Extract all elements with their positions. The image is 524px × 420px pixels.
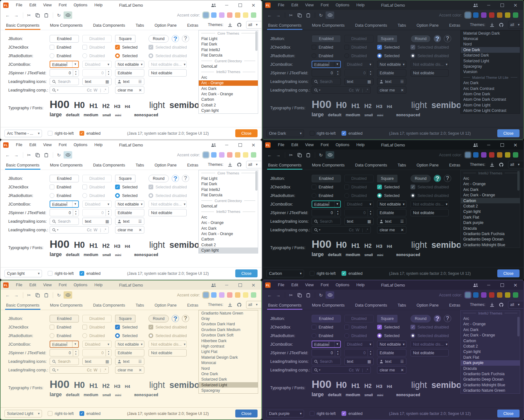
refresh-icon[interactable]: ↻ [317, 11, 325, 19]
search-dropdown-icon[interactable]: ▼ [314, 368, 321, 372]
menu-item[interactable]: View [302, 1, 317, 10]
paste-icon[interactable] [42, 11, 50, 19]
tab[interactable]: Option Pane [416, 21, 440, 30]
accent-swatch[interactable] [465, 12, 471, 18]
accent-swatch[interactable] [227, 292, 232, 298]
themes-filter-combobox[interactable]: all ▼ [508, 21, 524, 29]
clearable-input[interactable]: clear me ✕ [377, 226, 406, 234]
theme-list-item[interactable]: Carbon [199, 237, 258, 242]
theme-list-item[interactable]: Spacegray [461, 64, 520, 69]
show-hidden-eye-toggle[interactable] [326, 291, 334, 299]
radio-selected[interactable]: Selected [377, 53, 400, 58]
accent-swatch[interactable] [481, 152, 486, 158]
menu-item[interactable]: Options [70, 281, 91, 290]
menu-item[interactable]: Options [332, 1, 353, 10]
menu-item[interactable]: Edit [26, 1, 40, 10]
radio-selected[interactable]: Selected [115, 53, 138, 58]
date-input[interactable]: text ▦ [344, 358, 374, 365]
editable-textfield[interactable]: Editable [115, 69, 144, 77]
theme-list-item[interactable]: Arc Dark [199, 226, 258, 231]
accent-swatch[interactable] [505, 12, 510, 18]
forward-button[interactable]: → [274, 151, 282, 159]
theme-list-item[interactable]: Arc - Orange [461, 181, 520, 187]
theme-list-item[interactable]: Arc Dark [199, 86, 258, 91]
download-icon[interactable] [228, 161, 233, 168]
maximize-button[interactable] [235, 141, 245, 149]
theme-list-item[interactable]: Arc [199, 75, 258, 80]
accent-swatch[interactable] [211, 12, 217, 18]
match-case-toggle[interactable]: Cc [87, 88, 92, 92]
themes-filter-combobox[interactable]: all ▼ [246, 161, 262, 168]
spinner[interactable]: 0▲▼ [312, 349, 341, 356]
theme-list-item[interactable]: Gradianto Dark Fuchsia [461, 231, 520, 236]
close-window-button[interactable]: ✕ [510, 281, 521, 289]
round-button[interactable]: Round [148, 315, 169, 322]
theme-list-item[interactable]: Cobalt 2 [461, 343, 520, 349]
theme-list-item[interactable]: Atom One Dark [461, 91, 520, 97]
search-with-options-input[interactable]: ▼ Cc W | .* [50, 366, 109, 374]
accent-swatch[interactable] [227, 152, 232, 158]
maximize-button[interactable] [235, 2, 245, 9]
right-to-left-checkbox[interactable]: right-to-left [48, 131, 74, 136]
theme-list-item[interactable]: Dracula [461, 226, 520, 231]
menu-item[interactable]: View [302, 140, 317, 150]
users-icon[interactable] [208, 281, 219, 289]
theme-combobox[interactable]: Arc Theme - ... ▼ [4, 130, 42, 137]
github-icon[interactable] [237, 21, 242, 29]
enabled-button[interactable]: Enabled [312, 35, 341, 43]
theme-list-item[interactable]: Dark Flat [461, 355, 520, 360]
editable-combobox[interactable]: Editable▼ [50, 341, 79, 348]
theme-list-item[interactable]: Dark purple [461, 360, 520, 366]
tab[interactable]: Extras [448, 301, 461, 310]
square-button[interactable]: Square [115, 35, 135, 43]
accent-swatch[interactable] [497, 152, 502, 158]
accent-swatch[interactable] [211, 292, 217, 298]
accent-swatch[interactable] [489, 292, 494, 298]
help-button[interactable]: ? [172, 175, 179, 182]
back-button[interactable]: ← [266, 291, 273, 299]
radio-selected[interactable]: Selected [377, 333, 400, 338]
theme-list-item[interactable]: Arc [461, 176, 520, 181]
clearable-input[interactable]: clear me ✕ [377, 86, 406, 94]
refresh-icon[interactable]: ↻ [317, 151, 325, 159]
menu-item[interactable]: Help [91, 1, 106, 10]
help-button-secondary[interactable]: ? [444, 315, 451, 322]
minimize-button[interactable] [221, 2, 232, 9]
checkbox-enabled[interactable]: Enabled [50, 185, 71, 189]
clear-icon[interactable]: ✕ [401, 88, 404, 92]
accent-swatch[interactable] [473, 292, 479, 298]
search-input[interactable]: Search [312, 78, 341, 85]
back-button[interactable]: ← [4, 151, 11, 159]
theme-list-item[interactable]: Light Flat [199, 349, 258, 355]
regex-toggle[interactable]: .* [104, 368, 106, 372]
menu-item[interactable]: File [12, 140, 26, 150]
clearable-input[interactable]: clear me ✕ [115, 366, 144, 374]
accent-swatch[interactable] [481, 292, 486, 298]
show-hidden-eye-toggle[interactable] [64, 151, 72, 159]
accent-swatch[interactable] [465, 292, 471, 298]
tab[interactable]: Basic Components [267, 161, 302, 170]
download-icon[interactable] [490, 301, 495, 308]
close-button[interactable]: Close [497, 269, 520, 277]
tab[interactable]: Option Pane [154, 21, 178, 30]
copy-icon[interactable] [34, 11, 41, 19]
theme-list-item[interactable]: Hiberbee Dark [199, 338, 258, 343]
match-case-toggle[interactable]: Cc [87, 368, 92, 372]
menu-item[interactable]: Edit [26, 140, 40, 150]
download-icon[interactable] [490, 161, 495, 168]
search-with-options-input[interactable]: ▼ Cc W | .* [50, 86, 109, 94]
cut-icon[interactable]: ✂ [25, 11, 33, 19]
regex-toggle[interactable]: .* [366, 228, 368, 232]
clear-icon[interactable]: ✕ [139, 88, 142, 92]
theme-list-item[interactable]: Arc Dark [461, 187, 520, 192]
checkbox-selected[interactable]: ✓Selected [115, 325, 138, 329]
theme-list-item[interactable]: Vuesion [461, 69, 520, 75]
theme-list-item[interactable]: DemoLaf [199, 203, 258, 209]
show-hidden-eye-toggle[interactable] [326, 151, 334, 159]
tab[interactable]: More Components [311, 301, 346, 310]
minimize-button[interactable] [483, 281, 494, 289]
maximize-button[interactable] [235, 281, 245, 289]
help-button-secondary[interactable]: ? [444, 35, 451, 42]
close-window-button[interactable]: ✕ [248, 141, 259, 149]
editable-combobox[interactable]: Editable▼ [312, 341, 341, 348]
